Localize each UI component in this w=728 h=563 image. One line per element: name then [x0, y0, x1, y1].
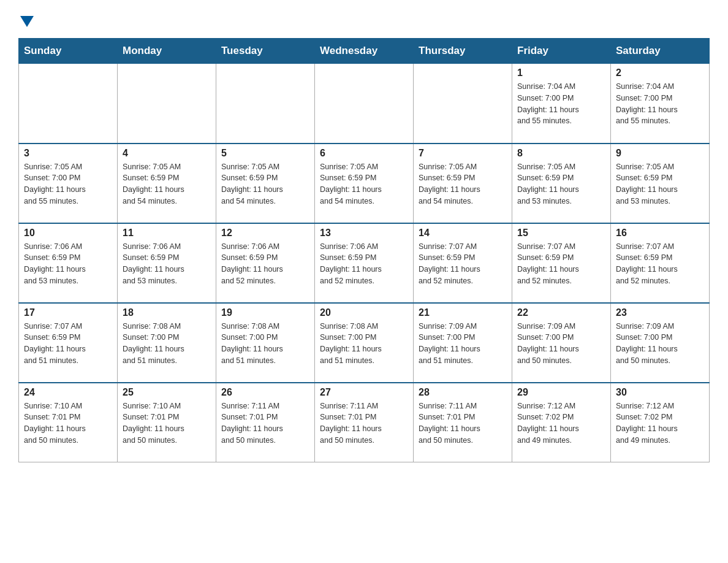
calendar-table: SundayMondayTuesdayWednesdayThursdayFrid…: [18, 38, 710, 462]
day-number: 29: [517, 387, 605, 398]
day-number: 11: [123, 228, 211, 239]
day-number: 6: [320, 148, 408, 159]
calendar-week-row: 24Sunrise: 7:10 AMSunset: 7:01 PMDayligh…: [19, 383, 710, 462]
calendar-day-cell: 21Sunrise: 7:09 AMSunset: 7:00 PMDayligh…: [414, 303, 512, 383]
page-header: [18, 12, 710, 32]
logo: [18, 12, 34, 32]
day-number: 26: [221, 387, 309, 398]
day-number: 10: [24, 228, 112, 239]
day-info: Sunrise: 7:10 AMSunset: 7:01 PMDaylight:…: [24, 400, 112, 446]
day-info: Sunrise: 7:08 AMSunset: 7:00 PMDaylight:…: [123, 321, 211, 367]
calendar-day-cell: 14Sunrise: 7:07 AMSunset: 6:59 PMDayligh…: [414, 223, 512, 303]
day-info: Sunrise: 7:06 AMSunset: 6:59 PMDaylight:…: [24, 241, 112, 287]
day-number: 24: [24, 387, 112, 398]
day-number: 16: [616, 228, 704, 239]
calendar-day-cell: 22Sunrise: 7:09 AMSunset: 7:00 PMDayligh…: [512, 303, 611, 383]
column-header-saturday: Saturday: [611, 39, 710, 64]
calendar-day-cell: [216, 64, 315, 144]
day-info: Sunrise: 7:09 AMSunset: 7:00 PMDaylight:…: [419, 321, 507, 367]
calendar-day-cell: 13Sunrise: 7:06 AMSunset: 6:59 PMDayligh…: [315, 223, 414, 303]
calendar-day-cell: 23Sunrise: 7:09 AMSunset: 7:00 PMDayligh…: [611, 303, 710, 383]
calendar-day-cell: 2Sunrise: 7:04 AMSunset: 7:00 PMDaylight…: [611, 64, 710, 144]
calendar-day-cell: 10Sunrise: 7:06 AMSunset: 6:59 PMDayligh…: [19, 223, 118, 303]
day-info: Sunrise: 7:09 AMSunset: 7:00 PMDaylight:…: [616, 321, 704, 367]
column-header-monday: Monday: [118, 39, 216, 64]
day-info: Sunrise: 7:10 AMSunset: 7:01 PMDaylight:…: [123, 400, 211, 446]
day-info: Sunrise: 7:05 AMSunset: 6:59 PMDaylight:…: [123, 161, 211, 207]
calendar-day-cell: 11Sunrise: 7:06 AMSunset: 6:59 PMDayligh…: [118, 223, 216, 303]
calendar-day-cell: 6Sunrise: 7:05 AMSunset: 6:59 PMDaylight…: [315, 144, 414, 223]
column-header-friday: Friday: [512, 39, 611, 64]
calendar-day-cell: [118, 64, 216, 144]
calendar-day-cell: 16Sunrise: 7:07 AMSunset: 6:59 PMDayligh…: [611, 223, 710, 303]
calendar-day-cell: 15Sunrise: 7:07 AMSunset: 6:59 PMDayligh…: [512, 223, 611, 303]
calendar-day-cell: [19, 64, 118, 144]
calendar-day-cell: 8Sunrise: 7:05 AMSunset: 6:59 PMDaylight…: [512, 144, 611, 223]
day-number: 9: [616, 148, 704, 159]
day-number: 30: [616, 387, 704, 398]
day-number: 8: [517, 148, 605, 159]
column-header-wednesday: Wednesday: [315, 39, 414, 64]
day-info: Sunrise: 7:05 AMSunset: 6:59 PMDaylight:…: [221, 161, 309, 207]
calendar-day-cell: 19Sunrise: 7:08 AMSunset: 7:00 PMDayligh…: [216, 303, 315, 383]
calendar-day-cell: 27Sunrise: 7:11 AMSunset: 7:01 PMDayligh…: [315, 383, 414, 462]
calendar-day-cell: 7Sunrise: 7:05 AMSunset: 6:59 PMDaylight…: [414, 144, 512, 223]
day-info: Sunrise: 7:07 AMSunset: 6:59 PMDaylight:…: [24, 321, 112, 367]
calendar-day-cell: 17Sunrise: 7:07 AMSunset: 6:59 PMDayligh…: [19, 303, 118, 383]
day-number: 23: [616, 307, 704, 318]
calendar-day-cell: [414, 64, 512, 144]
day-number: 14: [419, 228, 507, 239]
day-number: 3: [24, 148, 112, 159]
day-info: Sunrise: 7:04 AMSunset: 7:00 PMDaylight:…: [517, 81, 605, 127]
day-info: Sunrise: 7:08 AMSunset: 7:00 PMDaylight:…: [320, 321, 408, 367]
day-info: Sunrise: 7:04 AMSunset: 7:00 PMDaylight:…: [616, 81, 704, 127]
day-number: 15: [517, 228, 605, 239]
day-number: 13: [320, 228, 408, 239]
day-info: Sunrise: 7:05 AMSunset: 6:59 PMDaylight:…: [616, 161, 704, 207]
day-info: Sunrise: 7:06 AMSunset: 6:59 PMDaylight:…: [123, 241, 211, 287]
calendar-week-row: 10Sunrise: 7:06 AMSunset: 6:59 PMDayligh…: [19, 223, 710, 303]
day-number: 18: [123, 307, 211, 318]
day-info: Sunrise: 7:11 AMSunset: 7:01 PMDaylight:…: [419, 400, 507, 446]
calendar-header-row: SundayMondayTuesdayWednesdayThursdayFrid…: [19, 39, 710, 64]
calendar-day-cell: 4Sunrise: 7:05 AMSunset: 6:59 PMDaylight…: [118, 144, 216, 223]
calendar-day-cell: 26Sunrise: 7:11 AMSunset: 7:01 PMDayligh…: [216, 383, 315, 462]
day-number: 17: [24, 307, 112, 318]
day-number: 19: [221, 307, 309, 318]
day-info: Sunrise: 7:09 AMSunset: 7:00 PMDaylight:…: [517, 321, 605, 367]
calendar-day-cell: 18Sunrise: 7:08 AMSunset: 7:00 PMDayligh…: [118, 303, 216, 383]
calendar-week-row: 3Sunrise: 7:05 AMSunset: 7:00 PMDaylight…: [19, 144, 710, 223]
calendar-day-cell: 20Sunrise: 7:08 AMSunset: 7:00 PMDayligh…: [315, 303, 414, 383]
day-number: 22: [517, 307, 605, 318]
day-info: Sunrise: 7:07 AMSunset: 6:59 PMDaylight:…: [419, 241, 507, 287]
calendar-week-row: 1Sunrise: 7:04 AMSunset: 7:00 PMDaylight…: [19, 64, 710, 144]
day-info: Sunrise: 7:06 AMSunset: 6:59 PMDaylight:…: [320, 241, 408, 287]
calendar-week-row: 17Sunrise: 7:07 AMSunset: 6:59 PMDayligh…: [19, 303, 710, 383]
day-number: 28: [419, 387, 507, 398]
day-number: 4: [123, 148, 211, 159]
svg-marker-0: [20, 16, 34, 27]
calendar-day-cell: 28Sunrise: 7:11 AMSunset: 7:01 PMDayligh…: [414, 383, 512, 462]
calendar-day-cell: 12Sunrise: 7:06 AMSunset: 6:59 PMDayligh…: [216, 223, 315, 303]
day-info: Sunrise: 7:05 AMSunset: 6:59 PMDaylight:…: [419, 161, 507, 207]
calendar-day-cell: 30Sunrise: 7:12 AMSunset: 7:02 PMDayligh…: [611, 383, 710, 462]
calendar-day-cell: [315, 64, 414, 144]
day-number: 27: [320, 387, 408, 398]
day-info: Sunrise: 7:07 AMSunset: 6:59 PMDaylight:…: [517, 241, 605, 287]
day-number: 7: [419, 148, 507, 159]
column-header-tuesday: Tuesday: [216, 39, 315, 64]
calendar-day-cell: 9Sunrise: 7:05 AMSunset: 6:59 PMDaylight…: [611, 144, 710, 223]
day-number: 25: [123, 387, 211, 398]
calendar-day-cell: 5Sunrise: 7:05 AMSunset: 6:59 PMDaylight…: [216, 144, 315, 223]
day-info: Sunrise: 7:05 AMSunset: 7:00 PMDaylight:…: [24, 161, 112, 207]
calendar-day-cell: 3Sunrise: 7:05 AMSunset: 7:00 PMDaylight…: [19, 144, 118, 223]
day-info: Sunrise: 7:11 AMSunset: 7:01 PMDaylight:…: [320, 400, 408, 446]
column-header-thursday: Thursday: [414, 39, 512, 64]
day-number: 5: [221, 148, 309, 159]
calendar-day-cell: 24Sunrise: 7:10 AMSunset: 7:01 PMDayligh…: [19, 383, 118, 462]
day-info: Sunrise: 7:06 AMSunset: 6:59 PMDaylight:…: [221, 241, 309, 287]
day-number: 21: [419, 307, 507, 318]
day-info: Sunrise: 7:07 AMSunset: 6:59 PMDaylight:…: [616, 241, 704, 287]
calendar-day-cell: 29Sunrise: 7:12 AMSunset: 7:02 PMDayligh…: [512, 383, 611, 462]
day-number: 12: [221, 228, 309, 239]
